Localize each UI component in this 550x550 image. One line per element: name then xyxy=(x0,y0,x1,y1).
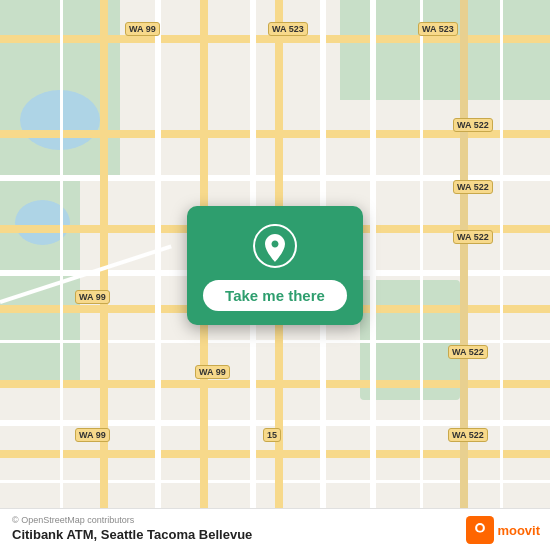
moovit-icon xyxy=(466,516,494,544)
hwy-label-wa99-2: WA 99 xyxy=(75,290,110,304)
hwy-label-wa522-5: WA 522 xyxy=(448,428,488,442)
hwy-label-wa522-1: WA 522 xyxy=(453,118,493,132)
location-popup: Take me there xyxy=(187,206,363,325)
road-v-major-4 xyxy=(370,0,376,550)
road-v-minor-1 xyxy=(420,0,423,550)
svg-point-3 xyxy=(478,525,484,531)
hwy-label-i15-2: 15 xyxy=(263,428,281,442)
moovit-logo: moovit xyxy=(466,516,540,544)
hwy-label-wa523-1: WA 523 xyxy=(268,22,308,36)
road-v-major-1 xyxy=(155,0,161,550)
attribution-text: © OpenStreetMap contributors xyxy=(12,515,538,525)
hwy-label-wa523-2: WA 523 xyxy=(418,22,458,36)
road-v-minor-3 xyxy=(60,0,63,550)
road-v-minor-2 xyxy=(500,0,503,550)
location-pin-icon xyxy=(253,224,297,268)
map-container: WA 99 WA 523 WA 523 WA 522 WA 522 WA 522… xyxy=(0,0,550,550)
place-name: Citibank ATM, Seattle Tacoma Bellevue xyxy=(12,527,538,542)
hwy-label-wa99-4: WA 99 xyxy=(75,428,110,442)
take-me-there-button[interactable]: Take me there xyxy=(203,280,347,311)
hwy-label-wa522-2: WA 522 xyxy=(453,180,493,194)
hwy-label-wa99-1: WA 99 xyxy=(125,22,160,36)
road-v-highway-1 xyxy=(100,0,108,550)
hwy-label-wa522-4: WA 522 xyxy=(448,345,488,359)
hwy-label-wa99-3: WA 99 xyxy=(195,365,230,379)
road-v-highway-3 xyxy=(460,0,468,550)
hwy-label-wa522-3: WA 522 xyxy=(453,230,493,244)
moovit-label: moovit xyxy=(497,523,540,538)
